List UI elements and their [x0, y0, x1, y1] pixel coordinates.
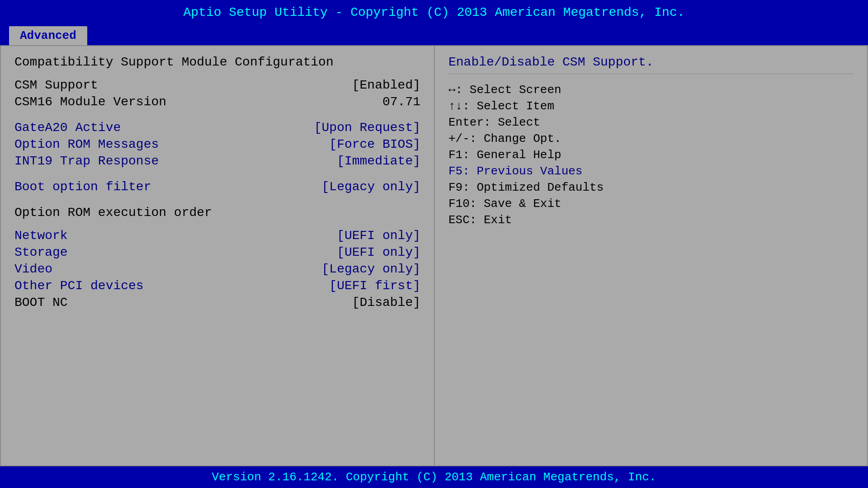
- boot-nc-row[interactable]: BOOT NC [Disable]: [14, 296, 420, 310]
- int19-trap-value: [Immediate]: [337, 154, 420, 168]
- shortcut-select-screen: ↔: Select Screen: [448, 83, 854, 97]
- divider: [448, 74, 854, 74]
- shortcut-f10: F10: Save & Exit: [448, 197, 854, 211]
- footer-title: Version 2.16.1242. Copyright (C) 2013 Am…: [212, 470, 656, 484]
- gatea20-value: [Upon Request]: [314, 121, 420, 135]
- csm-support-row[interactable]: CSM Support [Enabled]: [14, 78, 420, 92]
- help-text: Enable/Disable CSM Support.: [448, 55, 854, 69]
- execution-order-label: Option ROM execution order: [14, 206, 420, 220]
- video-value: [Legacy only]: [322, 262, 420, 276]
- other-pci-value: [UEFI first]: [329, 279, 420, 293]
- other-pci-row[interactable]: Other PCI devices [UEFI first]: [14, 279, 420, 293]
- left-panel: Compatibility Support Module Configurati…: [1, 46, 435, 465]
- option-rom-messages-row[interactable]: Option ROM Messages [Force BIOS]: [14, 137, 420, 151]
- video-row[interactable]: Video [Legacy only]: [14, 262, 420, 276]
- boot-option-filter-row[interactable]: Boot option filter [Legacy only]: [14, 180, 420, 194]
- top-bar: Aptio Setup Utility - Copyright (C) 2013…: [0, 0, 868, 24]
- other-pci-label: Other PCI devices: [14, 279, 144, 293]
- boot-nc-value: [Disable]: [352, 296, 420, 310]
- option-rom-messages-value: [Force BIOS]: [329, 137, 420, 151]
- boot-option-filter-label: Boot option filter: [14, 180, 151, 194]
- right-panel: Enable/Disable CSM Support. ↔: Select Sc…: [435, 46, 867, 465]
- boot-option-filter-value: [Legacy only]: [322, 180, 420, 194]
- network-value: [UEFI only]: [337, 229, 420, 243]
- option-rom-messages-label: Option ROM Messages: [14, 137, 159, 151]
- storage-label: Storage: [14, 245, 68, 259]
- csm16-row: CSM16 Module Version 07.71: [14, 95, 420, 109]
- shortcut-f5: F5: Previous Values: [448, 164, 854, 178]
- tab-advanced[interactable]: Advanced: [9, 26, 87, 45]
- bottom-bar: Version 2.16.1242. Copyright (C) 2013 Am…: [0, 466, 868, 488]
- network-row[interactable]: Network [UEFI only]: [14, 229, 420, 243]
- int19-trap-row[interactable]: INT19 Trap Response [Immediate]: [14, 154, 420, 168]
- storage-value: [UEFI only]: [337, 245, 420, 259]
- header-title: Aptio Setup Utility - Copyright (C) 2013…: [184, 5, 685, 19]
- network-label: Network: [14, 229, 68, 243]
- csm16-label: CSM16 Module Version: [14, 95, 166, 109]
- shortcut-enter-select: Enter: Select: [448, 116, 854, 129]
- tab-bar: Advanced: [0, 24, 868, 45]
- video-label: Video: [14, 262, 52, 276]
- shortcut-f9: F9: Optimized Defaults: [448, 181, 854, 194]
- section-title: Compatibility Support Module Configurati…: [14, 55, 420, 69]
- shortcut-select-item: ↑↓: Select Item: [448, 99, 854, 113]
- gatea20-label: GateA20 Active: [14, 121, 121, 135]
- gatea20-row[interactable]: GateA20 Active [Upon Request]: [14, 121, 420, 135]
- shortcut-esc: ESC: Exit: [448, 213, 854, 227]
- boot-nc-label: BOOT NC: [14, 296, 68, 310]
- csm-support-value: [Enabled]: [352, 78, 420, 92]
- csm16-value: 07.71: [382, 95, 420, 109]
- shortcut-f1: F1: General Help: [448, 148, 854, 162]
- main-content: Compatibility Support Module Configurati…: [0, 45, 868, 466]
- storage-row[interactable]: Storage [UEFI only]: [14, 245, 420, 259]
- shortcut-change-opt: +/-: Change Opt.: [448, 132, 854, 145]
- csm-support-label: CSM Support: [14, 78, 98, 92]
- int19-trap-label: INT19 Trap Response: [14, 154, 159, 168]
